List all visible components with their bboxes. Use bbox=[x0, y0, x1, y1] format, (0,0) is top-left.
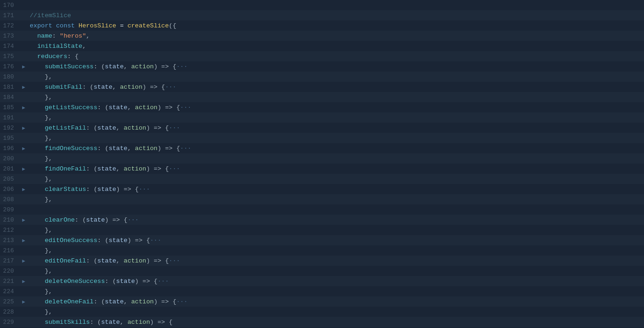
line-content-175: reducers: { bbox=[28, 53, 644, 60]
line-number-173: 173 bbox=[0, 33, 19, 39]
line-number-171: 171 bbox=[0, 12, 19, 19]
line-number-209: 209 bbox=[0, 206, 19, 213]
line-number-212: 212 bbox=[0, 227, 19, 234]
line-content-206: clearStatus: (state) => {··· bbox=[28, 186, 644, 193]
fold-gutter-195 bbox=[19, 135, 28, 141]
fold-gutter-172 bbox=[19, 23, 28, 28]
line-content-217: editOneFail: (state, action) => {··· bbox=[28, 257, 644, 264]
fold-gutter-212 bbox=[19, 227, 28, 233]
line-number-210: 210 bbox=[0, 216, 19, 223]
fold-gutter-208 bbox=[19, 197, 28, 202]
fold-gutter-210[interactable]: ▶ bbox=[19, 217, 28, 223]
line-content-205: }, bbox=[28, 176, 644, 183]
fold-gutter-229 bbox=[19, 319, 28, 325]
line-content-224: }, bbox=[28, 288, 644, 295]
fold-gutter-173 bbox=[19, 33, 28, 39]
line-number-229: 229 bbox=[0, 319, 19, 326]
code-line-200: 200 }, bbox=[0, 153, 644, 164]
code-line-212: 212 }, bbox=[0, 225, 644, 235]
line-number-176: 176 bbox=[0, 63, 19, 70]
fold-gutter-213[interactable]: ▶ bbox=[19, 237, 28, 243]
code-line-224: 224 }, bbox=[0, 286, 644, 296]
fold-gutter-201[interactable]: ▶ bbox=[19, 166, 28, 172]
line-content-195: }, bbox=[28, 135, 644, 142]
code-line-185: 185 ▶ getListSuccess: (state, action) =>… bbox=[0, 102, 644, 112]
line-number-228: 228 bbox=[0, 308, 19, 315]
code-editor: 170 171 //itemSlice 172 export const Her… bbox=[0, 0, 644, 328]
line-content-196: findOneSuccess: (state, action) => {··· bbox=[28, 145, 644, 152]
fold-gutter-228 bbox=[19, 309, 28, 315]
line-content-213: editOneSuccess: (state) => {··· bbox=[28, 237, 644, 244]
line-content-172: export const HerosSlice = createSlice({ bbox=[28, 22, 644, 29]
line-content-225: deleteOneFail: (state, action) => {··· bbox=[28, 298, 644, 305]
fold-gutter-192[interactable]: ▶ bbox=[19, 125, 28, 131]
code-line-196: 196 ▶ findOneSuccess: (state, action) =>… bbox=[0, 143, 644, 153]
fold-gutter-181[interactable]: ▶ bbox=[19, 84, 28, 90]
fold-gutter-191 bbox=[19, 115, 28, 120]
code-line-175: 175 reducers: { bbox=[0, 51, 644, 61]
code-line-213: 213 ▶ editOneSuccess: (state) => {··· bbox=[0, 235, 644, 245]
line-number-192: 192 bbox=[0, 125, 19, 131]
line-content-212: }, bbox=[28, 227, 644, 234]
line-content-180: }, bbox=[28, 73, 644, 80]
fold-gutter-184 bbox=[19, 94, 28, 100]
line-content-171: //itemSlice bbox=[28, 12, 644, 19]
code-line-221: 221 ▶ deleteOneSuccess: (state) => {··· bbox=[0, 276, 644, 286]
line-number-201: 201 bbox=[0, 165, 19, 172]
code-line-195: 195 }, bbox=[0, 133, 644, 143]
code-line-172: 172 export const HerosSlice = createSlic… bbox=[0, 20, 644, 31]
code-line-170: 170 bbox=[0, 0, 644, 10]
line-number-200: 200 bbox=[0, 155, 19, 162]
code-line-217: 217 ▶ editOneFail: (state, action) => {·… bbox=[0, 256, 644, 266]
fold-gutter-185[interactable]: ▶ bbox=[19, 105, 28, 111]
line-number-180: 180 bbox=[0, 73, 19, 80]
code-line-209: 209 bbox=[0, 204, 644, 215]
fold-gutter-209 bbox=[19, 207, 28, 212]
line-number-217: 217 bbox=[0, 257, 19, 264]
fold-gutter-224 bbox=[19, 289, 28, 294]
line-number-184: 184 bbox=[0, 94, 19, 101]
line-content-181: submitFail: (state, action) => {··· bbox=[28, 84, 644, 91]
line-number-196: 196 bbox=[0, 145, 19, 152]
fold-gutter-196[interactable]: ▶ bbox=[19, 145, 28, 151]
fold-gutter-225[interactable]: ▶ bbox=[19, 299, 28, 305]
line-content-228: }, bbox=[28, 308, 644, 315]
line-content-216: }, bbox=[28, 247, 644, 254]
line-number-172: 172 bbox=[0, 22, 19, 29]
code-line-228: 228 }, bbox=[0, 307, 644, 317]
line-content-220: }, bbox=[28, 268, 644, 275]
code-line-210: 210 ▶ clearOne: (state) => {··· bbox=[0, 215, 644, 225]
line-content-229: submitSkills: (state, action) => { bbox=[28, 319, 644, 326]
fold-gutter-206[interactable]: ▶ bbox=[19, 186, 28, 192]
line-number-225: 225 bbox=[0, 298, 19, 305]
line-content-174: initialState, bbox=[28, 43, 644, 50]
line-content-210: clearOne: (state) => {··· bbox=[28, 216, 644, 223]
code-line-181: 181 ▶ submitFail: (state, action) => {··… bbox=[0, 82, 644, 92]
code-line-208: 208 }, bbox=[0, 194, 644, 204]
line-content-173: name: "heros", bbox=[28, 33, 644, 39]
line-content-191: }, bbox=[28, 114, 644, 121]
code-line-180: 180 }, bbox=[0, 72, 644, 82]
line-number-221: 221 bbox=[0, 278, 19, 285]
line-number-205: 205 bbox=[0, 176, 19, 183]
fold-gutter-175 bbox=[19, 53, 28, 59]
fold-gutter-221[interactable]: ▶ bbox=[19, 278, 28, 284]
line-number-181: 181 bbox=[0, 84, 19, 91]
code-line-171: 171 //itemSlice bbox=[0, 10, 644, 20]
fold-gutter-180 bbox=[19, 74, 28, 79]
line-number-195: 195 bbox=[0, 135, 19, 142]
line-number-220: 220 bbox=[0, 268, 19, 275]
line-number-191: 191 bbox=[0, 114, 19, 121]
code-line-206: 206 ▶ clearStatus: (state) => {··· bbox=[0, 184, 644, 194]
code-line-191: 191 }, bbox=[0, 112, 644, 123]
line-content-221: deleteOneSuccess: (state) => {··· bbox=[28, 278, 644, 285]
code-line-229: 229 submitSkills: (state, action) => { bbox=[0, 317, 644, 327]
line-number-206: 206 bbox=[0, 186, 19, 193]
code-line-220: 220 }, bbox=[0, 266, 644, 276]
fold-gutter-205 bbox=[19, 176, 28, 182]
fold-gutter-176[interactable]: ▶ bbox=[19, 64, 28, 70]
fold-gutter-174 bbox=[19, 43, 28, 49]
code-line-205: 205 }, bbox=[0, 174, 644, 184]
line-content-208: }, bbox=[28, 196, 644, 203]
fold-gutter-217[interactable]: ▶ bbox=[19, 258, 28, 264]
